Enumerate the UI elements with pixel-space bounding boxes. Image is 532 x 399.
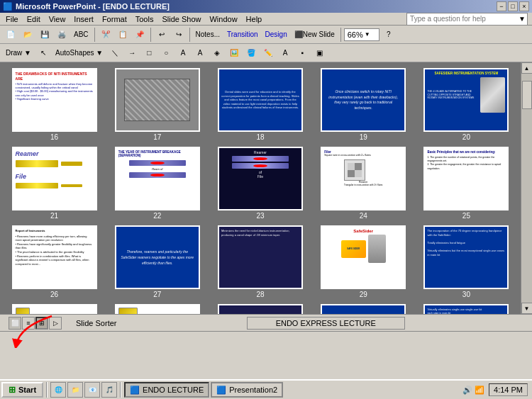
- slide-item[interactable]: Dental slides were used for education an…: [211, 68, 309, 141]
- scroll-thumb[interactable]: [522, 81, 532, 109]
- slide-thumb[interactable]: Dental slides were used for education an…: [218, 68, 303, 132]
- slide-item[interactable]: Reamer of File 23: [211, 147, 309, 220]
- slide-thumb[interactable]: Filer Square wire in cross-section with …: [321, 147, 406, 210]
- 3d-btn[interactable]: ▣: [311, 45, 327, 61]
- ask-input[interactable]: [407, 15, 517, 23]
- menu-file[interactable]: File: [1, 14, 23, 24]
- line-btn[interactable]: ＼: [107, 45, 123, 61]
- slide-sorter-icon[interactable]: ⊞: [35, 317, 48, 330]
- slide-thumb[interactable]: Minimizes the need for nickel-titanium i…: [218, 225, 303, 289]
- slide-thumb[interactable]: THE DRAWBACKS OF NITI INSTRUMENTS ARE • …: [12, 68, 97, 132]
- slide-item[interactable]: THE DRAWBACKS OF NITI INSTRUMENTS ARE • …: [6, 68, 103, 141]
- menu-edit[interactable]: Edit: [23, 14, 45, 24]
- new-slide-btn[interactable]: ⬛ New Slide: [292, 27, 338, 43]
- pointer-btn[interactable]: ↖: [35, 45, 51, 61]
- slide-item[interactable]: SafeSider SAFE SIDER 29: [315, 225, 412, 298]
- slide-item[interactable]: + 33: [211, 304, 309, 314]
- slide-item[interactable]: SAFESIDER INSTRUMENTATION SYSTEM THE #1 …: [418, 68, 515, 141]
- zoom-help-btn[interactable]: ?: [381, 27, 397, 43]
- slide-thumb[interactable]: Therefore, reamers and particularly the …: [115, 225, 200, 289]
- transition-btn[interactable]: Transition: [224, 27, 261, 43]
- redo-btn[interactable]: ↪: [171, 27, 187, 43]
- menu-tools[interactable]: Tools: [131, 14, 158, 24]
- slide-item[interactable]: Slide 31 content The current has been a …: [6, 304, 103, 314]
- slide-thumb[interactable]: THE YEAR OF INSTRUMENT BREAKAGE (SEPARAT…: [115, 147, 200, 210]
- arrow-btn[interactable]: →: [124, 45, 140, 61]
- wordart-btn[interactable]: A: [192, 45, 208, 61]
- slide-item[interactable]: Reamer File 21: [6, 147, 103, 220]
- menu-help[interactable]: Help: [242, 14, 267, 24]
- menu-insert[interactable]: Insert: [70, 14, 98, 24]
- save-btn[interactable]: 💾: [37, 27, 52, 43]
- rect-btn[interactable]: □: [141, 45, 157, 61]
- slide-item[interactable]: Filer Square wire in cross-section with …: [315, 147, 412, 220]
- scroll-up-btn[interactable]: ▲: [521, 62, 533, 74]
- autoshapes-btn[interactable]: AutoShapes ▼: [52, 45, 106, 61]
- slide-item[interactable]: Report of Instruments • Reamers have mor…: [6, 225, 103, 298]
- diag-btn[interactable]: ◈: [209, 45, 225, 61]
- fontcolor-btn[interactable]: A: [277, 45, 293, 61]
- notes-btn[interactable]: Notes...: [193, 27, 223, 43]
- menu-window[interactable]: Window: [205, 14, 241, 24]
- slide-thumb[interactable]: [115, 68, 200, 132]
- print-btn[interactable]: 🖨️: [54, 27, 70, 43]
- shadow-btn[interactable]: ▪: [294, 45, 310, 61]
- paste-btn[interactable]: 📌: [132, 27, 148, 43]
- slide-thumb[interactable]: SAFESIDER INSTRUMENTATION SYSTEM THE #1 …: [423, 68, 509, 132]
- slide-item[interactable]: Time for complete canal shaping: Approxi…: [315, 304, 412, 314]
- quicklaunch-ie[interactable]: 🌐: [50, 382, 66, 398]
- spell-btn[interactable]: ABC: [71, 27, 92, 43]
- taskbar-ppt[interactable]: 🟦 ENDO LECTURE: [124, 382, 209, 398]
- fill-btn[interactable]: 🪣: [243, 45, 259, 61]
- maximize-button[interactable]: □: [508, 1, 518, 11]
- slide-item[interactable]: Slide 32 Field moments show the proper t…: [109, 304, 206, 314]
- slide-thumb[interactable]: Virtually eliminates single-use single-u…: [423, 304, 509, 314]
- minimize-button[interactable]: −: [497, 1, 506, 11]
- scroll-track[interactable]: [521, 74, 533, 303]
- slide-thumb[interactable]: The incorporation of the 70 degree recip…: [423, 225, 509, 289]
- zoom-box[interactable]: 66% ▼: [344, 28, 379, 41]
- quicklaunch-explorer[interactable]: 📁: [67, 382, 83, 398]
- normal-view-icon[interactable]: ⬜: [9, 317, 21, 330]
- clipart-btn[interactable]: 🖼️: [226, 45, 242, 61]
- draw-btn[interactable]: Draw ▼: [3, 45, 34, 61]
- menu-slideshow[interactable]: Slide Show: [157, 14, 205, 24]
- taskbar-ppt2[interactable]: 🟦 Presentation2: [211, 382, 283, 398]
- open-btn[interactable]: 📂: [20, 27, 35, 43]
- oval-btn[interactable]: ○: [158, 45, 174, 61]
- quicklaunch-media[interactable]: 🎵: [101, 382, 117, 398]
- close-button[interactable]: ×: [519, 1, 529, 11]
- slide-item[interactable]: 17: [109, 68, 206, 141]
- slide-item[interactable]: Once clinicians switch to rotary NITI in…: [315, 68, 412, 141]
- slide-thumb[interactable]: Reamer File: [12, 147, 97, 210]
- design-btn[interactable]: Design: [262, 27, 290, 43]
- start-button[interactable]: ⊞ Start: [1, 382, 43, 398]
- slide-thumb[interactable]: Report of Instruments • Reamers have mor…: [12, 225, 97, 289]
- slide-item[interactable]: The incorporation of the 70 degree recip…: [418, 225, 515, 298]
- slide-thumb[interactable]: +: [218, 304, 303, 314]
- slide-item[interactable]: Minimizes the need for nickel-titanium i…: [211, 225, 309, 298]
- cut-btn[interactable]: ✂️: [98, 27, 113, 43]
- scroll-down-btn[interactable]: ▼: [521, 303, 533, 314]
- new-btn[interactable]: 📄: [3, 27, 18, 43]
- textbox-btn[interactable]: A: [175, 45, 191, 61]
- slide-thumb[interactable]: Slide 31 content The current has been a …: [12, 304, 97, 314]
- slide-thumb[interactable]: Once clinicians switch to rotary NITI in…: [321, 68, 406, 132]
- copy-btn[interactable]: 📋: [115, 27, 131, 43]
- menu-format[interactable]: Format: [98, 14, 131, 24]
- menu-view[interactable]: View: [45, 14, 70, 24]
- slide-item[interactable]: Basic Principles that we are not conside…: [418, 147, 515, 220]
- quicklaunch-outlook[interactable]: 📧: [84, 382, 100, 398]
- slide-thumb[interactable]: Basic Principles that we are not conside…: [423, 147, 509, 210]
- slide-item[interactable]: Virtually eliminates single-use single-u…: [418, 304, 515, 314]
- slide-item[interactable]: THE YEAR OF INSTRUMENT BREAKAGE (SEPARAT…: [109, 147, 206, 220]
- slide-thumb[interactable]: Slide 32 Field moments show the proper t…: [115, 304, 200, 314]
- slide-thumb[interactable]: Reamer of File: [218, 147, 303, 210]
- slide-thumb[interactable]: SafeSider SAFE SIDER: [321, 225, 406, 289]
- slideshow-icon[interactable]: ▷: [49, 317, 62, 330]
- undo-btn[interactable]: ↩: [154, 27, 170, 43]
- linecolor-btn[interactable]: ✏️: [260, 45, 276, 61]
- slide-item[interactable]: Therefore, reamers and particularly the …: [109, 225, 206, 298]
- slide-thumb[interactable]: Time for complete canal shaping: Approxi…: [321, 304, 406, 314]
- outline-view-icon[interactable]: ≡: [22, 317, 35, 330]
